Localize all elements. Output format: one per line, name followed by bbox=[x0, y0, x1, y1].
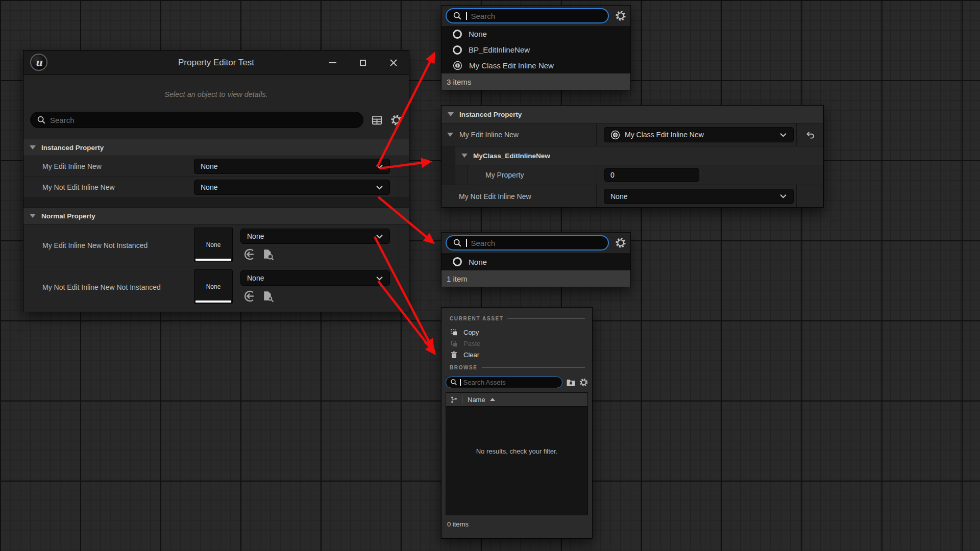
copy-icon bbox=[450, 329, 458, 336]
subobject-header-row: MyClass_EditInlineNew bbox=[442, 146, 823, 165]
native-class-icon bbox=[610, 130, 620, 140]
minimize-icon[interactable] bbox=[329, 62, 336, 63]
search-icon bbox=[453, 11, 462, 20]
chevron-down-icon bbox=[376, 185, 383, 190]
my-edit-inline-new-combobox[interactable]: None bbox=[194, 159, 390, 174]
browse-to-asset-icon[interactable] bbox=[262, 290, 275, 303]
settings-gear-icon[interactable] bbox=[579, 378, 588, 387]
class-picker-search-input[interactable] bbox=[471, 239, 602, 247]
row-my-edit-inline-new-not-instanced: My Edit Inline New Not Instanced None No… bbox=[23, 224, 409, 266]
asset-thumbnail[interactable]: None bbox=[194, 269, 233, 304]
asset-combobox[interactable]: None bbox=[240, 229, 390, 244]
section-instanced-property-expanded[interactable]: Instanced Property bbox=[442, 106, 823, 123]
search-icon bbox=[37, 115, 46, 124]
paste-icon bbox=[450, 340, 458, 347]
section-normal-property[interactable]: Normal Property bbox=[23, 208, 409, 224]
details-search-bar[interactable] bbox=[30, 112, 363, 128]
clear-menu-item[interactable]: Clear bbox=[442, 349, 592, 360]
asset-thumbnail[interactable]: None bbox=[194, 228, 233, 262]
column-settings-icon[interactable] bbox=[450, 396, 458, 404]
class-option-bp-editinlinenew[interactable]: BP_EditInlineNew bbox=[442, 42, 630, 58]
expander-icon[interactable] bbox=[447, 133, 453, 137]
trash-icon bbox=[450, 351, 458, 359]
settings-gear-icon[interactable] bbox=[615, 237, 626, 248]
use-selected-asset-icon[interactable] bbox=[242, 248, 255, 261]
search-icon bbox=[450, 379, 457, 386]
details-search-input[interactable] bbox=[50, 116, 357, 124]
class-option-none[interactable]: None bbox=[442, 253, 630, 270]
asset-search-bar[interactable] bbox=[446, 377, 562, 388]
browse-to-asset-icon[interactable] bbox=[262, 248, 275, 261]
indent-gutter bbox=[455, 165, 468, 185]
browse-group-label: BROWSE bbox=[442, 363, 592, 371]
settings-gear-icon[interactable] bbox=[615, 10, 626, 21]
reset-to-default-icon[interactable] bbox=[805, 130, 816, 140]
subobject-header[interactable]: MyClass_EditInlineNew bbox=[455, 146, 823, 165]
row-my-not-edit-inline-new: My Not Edit Inline New None bbox=[23, 177, 409, 198]
class-picker-search-input[interactable] bbox=[471, 12, 602, 20]
details-expanded-panel: Instanced Property My Edit Inline New My… bbox=[441, 105, 824, 208]
search-icon bbox=[453, 238, 462, 247]
folder-icon[interactable] bbox=[566, 378, 576, 387]
indent-gutter bbox=[442, 165, 455, 185]
text-caret bbox=[466, 239, 467, 247]
asset-picker-popup: CURRENT ASSET Copy Paste Clear BROWSE bbox=[441, 307, 593, 539]
asset-combobox[interactable]: None bbox=[240, 270, 390, 286]
chevron-down-icon bbox=[376, 234, 383, 239]
window-titlebar[interactable]: u Property Editor Test bbox=[23, 51, 409, 75]
class-picker-search-bar[interactable] bbox=[446, 235, 609, 251]
not-instanced-class-combobox[interactable]: None bbox=[604, 189, 794, 204]
paste-menu-item[interactable]: Paste bbox=[442, 338, 592, 349]
class-circle-icon bbox=[453, 45, 462, 55]
asset-search-input[interactable] bbox=[463, 379, 558, 386]
my-not-edit-inline-new-combobox[interactable]: None bbox=[194, 180, 390, 195]
row-my-edit-inline-new: My Edit Inline New None bbox=[23, 156, 409, 177]
sort-ascending-icon bbox=[490, 398, 495, 401]
row-my-not-edit-inline-new-expanded: My Not Edit Inline New None bbox=[442, 185, 823, 207]
expander-icon[interactable] bbox=[30, 145, 36, 149]
copy-menu-item[interactable]: Copy bbox=[442, 327, 592, 338]
expander-icon[interactable] bbox=[461, 154, 468, 158]
current-asset-group-label: CURRENT ASSET bbox=[442, 314, 592, 322]
text-caret bbox=[460, 379, 461, 386]
no-results-message: No results, check your filter. bbox=[446, 447, 587, 455]
unreal-editor-viewport: u Property Editor Test Select an object … bbox=[0, 0, 980, 551]
class-circle-icon bbox=[453, 257, 462, 266]
settings-gear-icon[interactable] bbox=[390, 114, 402, 126]
chevron-down-icon bbox=[376, 276, 383, 281]
section-gap bbox=[23, 198, 409, 208]
class-option-my-class-edit-inline-new[interactable]: My Class Edit Inline New bbox=[442, 58, 630, 73]
expander-icon[interactable] bbox=[448, 112, 454, 116]
section-instanced-property[interactable]: Instanced Property bbox=[23, 139, 409, 156]
name-column-header[interactable]: Name bbox=[468, 396, 485, 404]
asset-list: Name No results, check your filter. bbox=[446, 392, 588, 515]
class-picker-popup-single: None 1 item bbox=[441, 232, 631, 287]
my-property-number-input[interactable]: 0 bbox=[604, 168, 699, 182]
native-class-icon bbox=[453, 61, 462, 70]
use-selected-asset-icon[interactable] bbox=[242, 290, 255, 303]
class-option-none[interactable]: None bbox=[442, 26, 630, 42]
row-my-property: My Property 0 bbox=[442, 165, 823, 185]
view-options-icon[interactable] bbox=[371, 114, 383, 126]
expander-icon[interactable] bbox=[30, 214, 36, 218]
class-picker-popup: None BP_EditInlineNew My Class Edit Inli… bbox=[441, 5, 631, 90]
indent-gutter bbox=[442, 146, 455, 165]
close-icon[interactable] bbox=[389, 59, 398, 67]
details-empty-hint: Select an object to view details. bbox=[23, 90, 409, 98]
text-caret bbox=[466, 12, 467, 20]
asset-list-body[interactable]: No results, check your filter. bbox=[446, 407, 587, 515]
chevron-down-icon bbox=[779, 133, 787, 137]
class-circle-icon bbox=[453, 30, 462, 39]
class-picker-search-bar[interactable] bbox=[446, 8, 609, 23]
chevron-down-icon bbox=[376, 164, 383, 169]
asset-list-header[interactable]: Name bbox=[446, 393, 587, 407]
maximize-icon[interactable] bbox=[360, 60, 366, 66]
instanced-class-combobox[interactable]: My Class Edit Inline New bbox=[604, 127, 794, 142]
class-picker-count: 1 item bbox=[442, 270, 630, 287]
row-my-not-edit-inline-new-not-instanced: My Not Edit Inline New Not Instanced Non… bbox=[23, 266, 409, 308]
chevron-down-icon bbox=[779, 194, 787, 198]
row-my-edit-inline-new-expanded: My Edit Inline New My Class Edit Inline … bbox=[442, 123, 823, 146]
class-picker-count: 3 items bbox=[442, 73, 630, 90]
property-editor-test-window: u Property Editor Test Select an object … bbox=[23, 50, 409, 312]
asset-count: 0 items bbox=[442, 516, 592, 532]
